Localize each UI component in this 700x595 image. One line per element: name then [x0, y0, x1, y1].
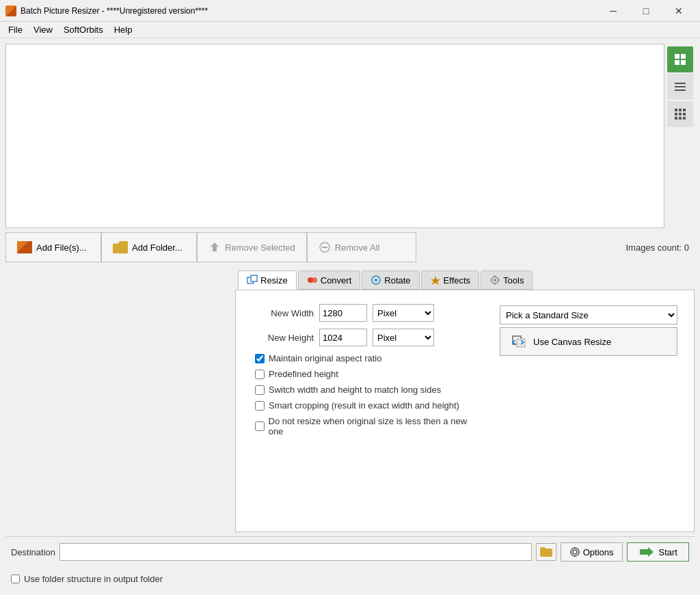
svg-rect-8 — [679, 109, 682, 111]
app-icon — [5, 5, 16, 16]
maintain-aspect-row: Maintain original aspect ratio — [252, 353, 478, 363]
folder-structure-label: Use folder structure in output folder — [24, 574, 163, 584]
gear-icon — [569, 546, 580, 557]
remove-all-icon — [319, 241, 331, 253]
bottom-panel: Resize Convert Rotate — [5, 266, 695, 532]
right-toolbar — [667, 44, 695, 228]
add-files-label: Add File(s)... — [36, 243, 87, 253]
smart-cropping-row: Smart cropping (result in exact width an… — [252, 400, 478, 411]
predefined-height-row: Predefined height — [252, 369, 478, 379]
tools-tab-icon — [489, 275, 500, 286]
width-unit-select[interactable]: Pixel Percent Centimeter Inch — [373, 304, 434, 322]
menu-help[interactable]: Help — [109, 23, 138, 36]
effects-tab-icon — [430, 275, 441, 286]
folder-structure-row: Use folder structure in output folder — [5, 571, 695, 590]
canvas-resize-label: Use Canvas Resize — [533, 337, 611, 347]
image-preview-area — [5, 44, 664, 228]
canvas-resize-button[interactable]: Use Canvas Resize — [500, 327, 677, 356]
svg-point-24 — [494, 279, 496, 281]
destination-bar: Destination Options Start — [5, 536, 695, 567]
preview-section — [5, 44, 695, 228]
folder-icon — [540, 547, 552, 557]
predefined-height-label: Predefined height — [269, 369, 338, 379]
do-not-resize-checkbox[interactable] — [255, 421, 265, 431]
resize-tab-icon — [247, 275, 258, 286]
folder-structure-checkbox[interactable] — [11, 575, 20, 583]
maximize-button[interactable]: □ — [630, 1, 662, 21]
start-label: Start — [659, 547, 677, 557]
convert-tab-icon — [307, 275, 318, 286]
remove-selected-icon — [208, 241, 221, 253]
tab-resize[interactable]: Resize — [238, 271, 297, 290]
view-grid-button[interactable] — [667, 101, 693, 127]
start-arrow-icon — [638, 546, 655, 558]
destination-folder-button[interactable] — [536, 543, 556, 561]
tabs-row: Resize Convert Rotate — [5, 266, 695, 290]
remove-all-button[interactable]: Remove All — [307, 232, 416, 262]
rotate-tab-icon — [371, 275, 381, 286]
tab-effects[interactable]: Effects — [421, 271, 480, 290]
menu-view[interactable]: View — [28, 23, 58, 36]
svg-point-22 — [375, 279, 377, 281]
view-list-button[interactable] — [667, 74, 693, 100]
options-button[interactable]: Options — [561, 542, 623, 562]
view-thumbnail-button[interactable] — [667, 46, 693, 72]
menu-bar: File View SoftOrbits Help — [0, 22, 700, 38]
svg-rect-3 — [681, 60, 686, 65]
new-width-input[interactable] — [319, 304, 367, 322]
title-bar-text: Batch Picture Resizer - ****Unregistered… — [21, 6, 597, 16]
smart-cropping-checkbox[interactable] — [255, 401, 265, 411]
destination-input[interactable] — [59, 543, 532, 561]
menu-file[interactable]: File — [3, 23, 28, 36]
svg-rect-30 — [517, 339, 525, 347]
svg-point-32 — [571, 548, 579, 556]
tab-convert[interactable]: Convert — [298, 271, 361, 290]
maintain-aspect-checkbox[interactable] — [255, 354, 265, 363]
svg-rect-4 — [675, 83, 686, 84]
title-bar: Batch Picture Resizer - ****Unregistered… — [0, 0, 700, 22]
tab-resize-label: Resize — [260, 275, 288, 286]
tab-tools-label: Tools — [503, 275, 524, 286]
do-not-resize-label: Do not resize when original size is less… — [269, 416, 478, 437]
predefined-height-checkbox[interactable] — [255, 370, 265, 379]
new-height-input[interactable] — [319, 329, 367, 346]
main-container: Add File(s)... Add Folder... Remove Sele… — [0, 38, 700, 595]
tab-rotate[interactable]: Rotate — [362, 271, 419, 290]
new-height-row: New Height Pixel Percent Centimeter Inch — [252, 329, 478, 346]
remove-all-label: Remove All — [335, 243, 380, 253]
new-width-row: New Width Pixel Percent Centimeter Inch — [252, 304, 478, 322]
start-button[interactable]: Start — [627, 542, 689, 562]
standard-size-select[interactable]: Pick a Standard Size — [500, 305, 677, 324]
options-label: Options — [583, 547, 614, 557]
window-controls: ─ □ ✕ — [597, 1, 695, 21]
svg-rect-14 — [679, 117, 682, 120]
switch-width-height-checkbox[interactable] — [255, 385, 265, 395]
add-folder-label: Add Folder... — [132, 243, 183, 253]
add-folder-icon — [113, 241, 128, 253]
smart-cropping-label: Smart cropping (result in exact width an… — [269, 400, 459, 411]
remove-selected-button[interactable]: Remove Selected — [197, 232, 307, 262]
switch-width-height-row: Switch width and height to match long si… — [252, 385, 478, 395]
svg-rect-11 — [679, 113, 682, 115]
svg-rect-7 — [675, 109, 677, 111]
menu-softorbits[interactable]: SoftOrbits — [58, 23, 109, 36]
svg-rect-10 — [675, 113, 677, 115]
tab-effects-label: Effects — [444, 275, 471, 286]
minimize-button[interactable]: ─ — [597, 1, 629, 21]
tab-tools[interactable]: Tools — [481, 271, 533, 290]
svg-rect-5 — [675, 86, 686, 87]
resize-rows-container: New Width Pixel Percent Centimeter Inch … — [252, 304, 677, 442]
svg-rect-18 — [251, 275, 257, 281]
add-folder-button[interactable]: Add Folder... — [101, 232, 197, 262]
height-unit-select[interactable]: Pixel Percent Centimeter Inch — [373, 329, 434, 346]
maintain-aspect-label: Maintain original aspect ratio — [269, 353, 381, 363]
close-button[interactable]: ✕ — [663, 1, 695, 21]
svg-rect-1 — [681, 54, 686, 59]
images-count: Images count: 0 — [626, 243, 695, 253]
svg-rect-6 — [675, 89, 686, 91]
add-files-button[interactable]: Add File(s)... — [5, 232, 101, 262]
svg-rect-13 — [675, 117, 677, 120]
resize-left-col: New Width Pixel Percent Centimeter Inch … — [252, 304, 478, 442]
standard-size-row: Pick a Standard Size — [492, 305, 677, 324]
svg-point-20 — [312, 277, 317, 283]
